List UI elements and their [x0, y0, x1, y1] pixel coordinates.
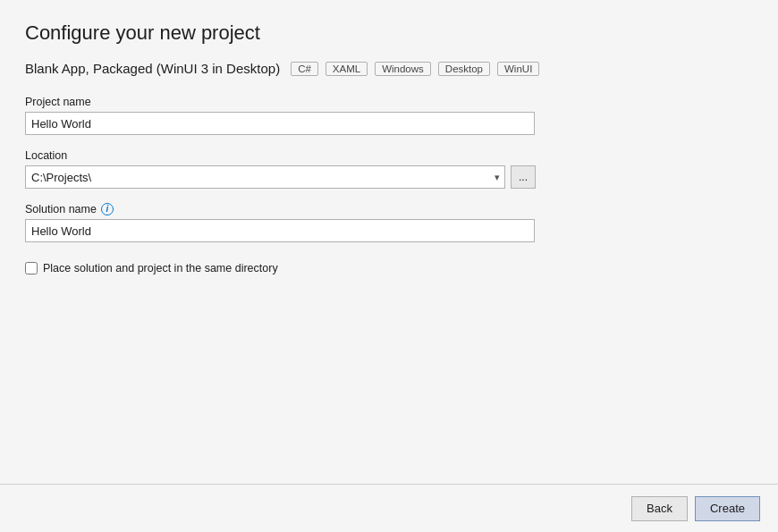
tag-csharp: C# — [291, 62, 318, 76]
template-name: Blank App, Packaged (WinUI 3 in Desktop) — [25, 61, 280, 76]
browse-button[interactable]: ... — [511, 165, 536, 189]
location-group: Location C:\Projects\ ... — [25, 149, 753, 189]
solution-name-info-icon: i — [101, 203, 114, 215]
back-button[interactable]: Back — [631, 496, 688, 521]
same-directory-checkbox[interactable] — [25, 262, 38, 274]
tag-desktop: Desktop — [438, 62, 490, 76]
page-container: Configure your new project Blank App, Pa… — [0, 0, 778, 532]
solution-name-label: Solution name i — [25, 203, 753, 215]
location-select[interactable]: C:\Projects\ — [25, 165, 505, 189]
same-directory-row: Place solution and project in the same d… — [25, 262, 753, 274]
solution-name-input[interactable] — [25, 219, 535, 242]
same-directory-label: Place solution and project in the same d… — [43, 262, 278, 274]
bottom-bar: Back Create — [0, 484, 778, 532]
tag-xaml: XAML — [326, 62, 368, 76]
project-name-label: Project name — [25, 96, 753, 108]
tag-winui: WinUI — [497, 62, 539, 76]
project-name-input[interactable] — [25, 112, 535, 135]
tag-windows: Windows — [375, 62, 431, 76]
create-button[interactable]: Create — [695, 496, 760, 521]
location-select-wrapper: C:\Projects\ — [25, 165, 505, 189]
project-name-group: Project name — [25, 96, 753, 135]
template-row: Blank App, Packaged (WinUI 3 in Desktop)… — [25, 61, 753, 76]
location-label: Location — [25, 149, 753, 162]
solution-name-group: Solution name i — [25, 203, 753, 242]
page-title: Configure your new project — [25, 21, 753, 45]
location-row: C:\Projects\ ... — [25, 165, 753, 189]
